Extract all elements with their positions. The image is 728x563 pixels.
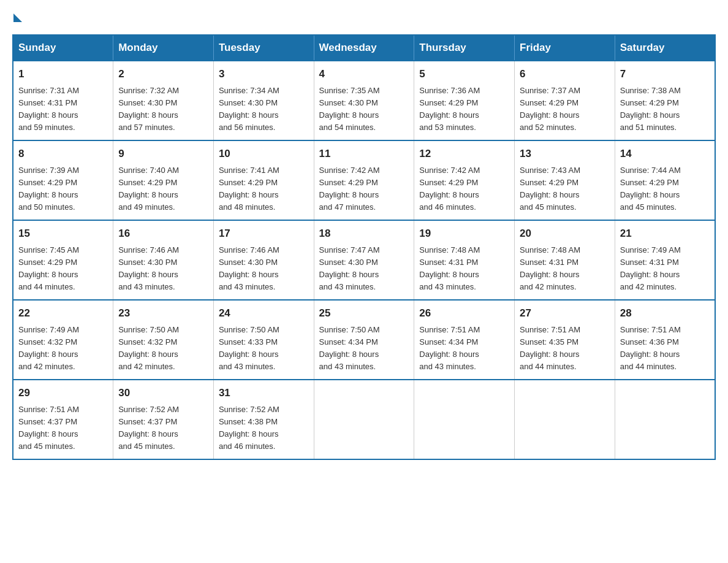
- day-number: 27: [520, 305, 610, 321]
- calendar-cell: 20 Sunrise: 7:48 AMSunset: 4:31 PMDaylig…: [515, 220, 615, 300]
- day-info: Sunrise: 7:31 AMSunset: 4:31 PMDaylight:…: [18, 85, 108, 134]
- day-number: 28: [620, 305, 710, 321]
- calendar-cell: 28 Sunrise: 7:51 AMSunset: 4:36 PMDaylig…: [615, 300, 715, 380]
- day-number: 14: [620, 146, 710, 162]
- day-info: Sunrise: 7:49 AMSunset: 4:31 PMDaylight:…: [620, 244, 710, 294]
- calendar-cell: [414, 380, 515, 459]
- calendar-cell: 24 Sunrise: 7:50 AMSunset: 4:33 PMDaylig…: [213, 300, 314, 380]
- day-info: Sunrise: 7:38 AMSunset: 4:29 PMDaylight:…: [620, 85, 710, 134]
- day-number: 23: [118, 305, 208, 321]
- day-number: 21: [620, 226, 710, 242]
- day-number: 11: [319, 146, 409, 162]
- day-number: 7: [620, 66, 710, 82]
- day-info: Sunrise: 7:32 AMSunset: 4:30 PMDaylight:…: [118, 85, 208, 134]
- day-number: 22: [18, 305, 108, 321]
- day-of-week-header: Monday: [113, 35, 214, 61]
- day-number: 25: [319, 305, 409, 321]
- calendar-cell: [515, 380, 615, 459]
- calendar-cell: 1 Sunrise: 7:31 AMSunset: 4:31 PMDayligh…: [13, 61, 113, 140]
- day-number: 12: [419, 146, 509, 162]
- calendar-cell: 10 Sunrise: 7:41 AMSunset: 4:29 PMDaylig…: [213, 140, 314, 220]
- day-number: 26: [419, 305, 509, 321]
- calendar-week-row: 8 Sunrise: 7:39 AMSunset: 4:29 PMDayligh…: [13, 140, 715, 220]
- calendar-cell: 4 Sunrise: 7:35 AMSunset: 4:30 PMDayligh…: [314, 61, 414, 140]
- day-number: 4: [319, 66, 409, 82]
- calendar-cell: 23 Sunrise: 7:50 AMSunset: 4:32 PMDaylig…: [113, 300, 214, 380]
- day-number: 16: [118, 226, 208, 242]
- day-info: Sunrise: 7:51 AMSunset: 4:35 PMDaylight:…: [520, 324, 610, 373]
- calendar-cell: 17 Sunrise: 7:46 AMSunset: 4:30 PMDaylig…: [213, 220, 314, 300]
- page-header: [12, 12, 716, 22]
- calendar-cell: 14 Sunrise: 7:44 AMSunset: 4:29 PMDaylig…: [615, 140, 715, 220]
- day-number: 6: [520, 66, 610, 82]
- calendar-cell: [314, 380, 414, 459]
- day-info: Sunrise: 7:46 AMSunset: 4:30 PMDaylight:…: [118, 244, 208, 294]
- calendar-cell: 21 Sunrise: 7:49 AMSunset: 4:31 PMDaylig…: [615, 220, 715, 300]
- day-info: Sunrise: 7:52 AMSunset: 4:37 PMDaylight:…: [118, 404, 208, 453]
- calendar-cell: 26 Sunrise: 7:51 AMSunset: 4:34 PMDaylig…: [414, 300, 515, 380]
- day-number: 15: [18, 226, 108, 242]
- day-info: Sunrise: 7:52 AMSunset: 4:38 PMDaylight:…: [219, 404, 309, 453]
- day-number: 8: [18, 146, 108, 162]
- calendar-cell: 18 Sunrise: 7:47 AMSunset: 4:30 PMDaylig…: [314, 220, 414, 300]
- day-number: 20: [520, 226, 610, 242]
- day-number: 13: [520, 146, 610, 162]
- logo-arrow-icon: [13, 13, 22, 22]
- day-info: Sunrise: 7:39 AMSunset: 4:29 PMDaylight:…: [18, 164, 108, 214]
- day-info: Sunrise: 7:51 AMSunset: 4:34 PMDaylight:…: [419, 324, 509, 373]
- day-number: 31: [219, 385, 309, 401]
- calendar-cell: 27 Sunrise: 7:51 AMSunset: 4:35 PMDaylig…: [515, 300, 615, 380]
- day-number: 30: [118, 385, 208, 401]
- calendar-cell: 2 Sunrise: 7:32 AMSunset: 4:30 PMDayligh…: [113, 61, 214, 140]
- day-info: Sunrise: 7:44 AMSunset: 4:29 PMDaylight:…: [620, 164, 710, 214]
- day-info: Sunrise: 7:35 AMSunset: 4:30 PMDaylight:…: [319, 85, 409, 134]
- day-info: Sunrise: 7:34 AMSunset: 4:30 PMDaylight:…: [219, 85, 309, 134]
- calendar-cell: 8 Sunrise: 7:39 AMSunset: 4:29 PMDayligh…: [13, 140, 113, 220]
- day-of-week-header: Saturday: [615, 35, 715, 61]
- calendar-week-row: 22 Sunrise: 7:49 AMSunset: 4:32 PMDaylig…: [13, 300, 715, 380]
- calendar-cell: 11 Sunrise: 7:42 AMSunset: 4:29 PMDaylig…: [314, 140, 414, 220]
- calendar-cell: 30 Sunrise: 7:52 AMSunset: 4:37 PMDaylig…: [113, 380, 214, 459]
- day-info: Sunrise: 7:45 AMSunset: 4:29 PMDaylight:…: [18, 244, 108, 294]
- calendar-cell: 29 Sunrise: 7:51 AMSunset: 4:37 PMDaylig…: [13, 380, 113, 459]
- day-number: 19: [419, 226, 509, 242]
- calendar-week-row: 1 Sunrise: 7:31 AMSunset: 4:31 PMDayligh…: [13, 61, 715, 140]
- calendar-table: SundayMondayTuesdayWednesdayThursdayFrid…: [12, 34, 716, 460]
- day-number: 18: [319, 226, 409, 242]
- calendar-cell: 25 Sunrise: 7:50 AMSunset: 4:34 PMDaylig…: [314, 300, 414, 380]
- calendar-cell: 7 Sunrise: 7:38 AMSunset: 4:29 PMDayligh…: [615, 61, 715, 140]
- calendar-cell: 19 Sunrise: 7:48 AMSunset: 4:31 PMDaylig…: [414, 220, 515, 300]
- calendar-cell: 9 Sunrise: 7:40 AMSunset: 4:29 PMDayligh…: [113, 140, 214, 220]
- day-info: Sunrise: 7:49 AMSunset: 4:32 PMDaylight:…: [18, 324, 108, 373]
- day-info: Sunrise: 7:40 AMSunset: 4:29 PMDaylight:…: [118, 164, 208, 214]
- day-info: Sunrise: 7:47 AMSunset: 4:30 PMDaylight:…: [319, 244, 409, 294]
- day-of-week-header: Wednesday: [314, 35, 414, 61]
- day-number: 29: [18, 385, 108, 401]
- calendar-cell: 12 Sunrise: 7:42 AMSunset: 4:29 PMDaylig…: [414, 140, 515, 220]
- day-number: 10: [219, 146, 309, 162]
- day-of-week-header: Tuesday: [213, 35, 314, 61]
- day-info: Sunrise: 7:42 AMSunset: 4:29 PMDaylight:…: [319, 164, 409, 214]
- day-info: Sunrise: 7:42 AMSunset: 4:29 PMDaylight:…: [419, 164, 509, 214]
- day-number: 2: [118, 66, 208, 82]
- day-info: Sunrise: 7:50 AMSunset: 4:32 PMDaylight:…: [118, 324, 208, 373]
- day-of-week-header: Sunday: [13, 35, 113, 61]
- day-number: 17: [219, 226, 309, 242]
- calendar-cell: 13 Sunrise: 7:43 AMSunset: 4:29 PMDaylig…: [515, 140, 615, 220]
- calendar-cell: 3 Sunrise: 7:34 AMSunset: 4:30 PMDayligh…: [213, 61, 314, 140]
- calendar-cell: 22 Sunrise: 7:49 AMSunset: 4:32 PMDaylig…: [13, 300, 113, 380]
- day-number: 1: [18, 66, 108, 82]
- day-number: 5: [419, 66, 509, 82]
- day-number: 24: [219, 305, 309, 321]
- day-info: Sunrise: 7:48 AMSunset: 4:31 PMDaylight:…: [419, 244, 509, 294]
- day-of-week-header: Thursday: [414, 35, 515, 61]
- day-info: Sunrise: 7:51 AMSunset: 4:37 PMDaylight:…: [18, 404, 108, 453]
- calendar-cell: 16 Sunrise: 7:46 AMSunset: 4:30 PMDaylig…: [113, 220, 214, 300]
- day-info: Sunrise: 7:51 AMSunset: 4:36 PMDaylight:…: [620, 324, 710, 373]
- day-number: 9: [118, 146, 208, 162]
- calendar-cell: 5 Sunrise: 7:36 AMSunset: 4:29 PMDayligh…: [414, 61, 515, 140]
- calendar-week-row: 15 Sunrise: 7:45 AMSunset: 4:29 PMDaylig…: [13, 220, 715, 300]
- day-number: 3: [219, 66, 309, 82]
- day-info: Sunrise: 7:46 AMSunset: 4:30 PMDaylight:…: [219, 244, 309, 294]
- day-info: Sunrise: 7:43 AMSunset: 4:29 PMDaylight:…: [520, 164, 610, 214]
